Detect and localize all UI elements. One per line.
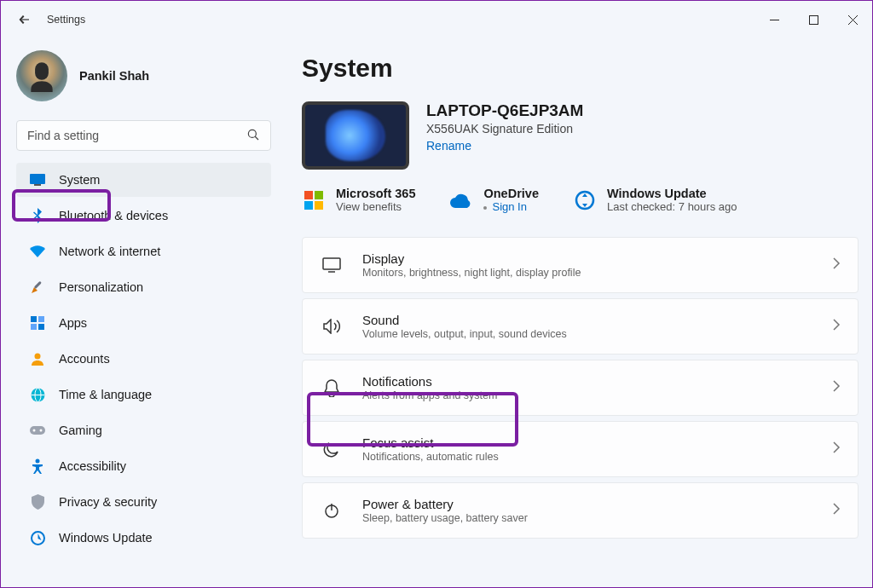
service-sub: View benefits [336, 200, 415, 213]
sidebar-item-label: Accessibility [59, 459, 126, 473]
profile[interactable]: Pankil Shah [16, 50, 278, 101]
sidebar-item-accessibility[interactable]: Accessibility [16, 449, 271, 483]
minimize-icon [770, 15, 779, 25]
tile-sub: Volume levels, output, input, sound devi… [362, 328, 812, 340]
svg-rect-12 [38, 324, 44, 330]
rename-link[interactable]: Rename [426, 139, 583, 153]
sidebar-item-privacy[interactable]: Privacy & security [16, 485, 271, 519]
chevron-right-icon [832, 379, 841, 396]
svg-rect-6 [30, 174, 45, 184]
tile-title: Focus assist [362, 435, 812, 450]
device-model: X556UAK Signature Edition [426, 122, 583, 135]
avatar [16, 50, 67, 101]
svg-rect-27 [323, 258, 340, 269]
service-title: Windows Update [607, 187, 737, 200]
system-icon [30, 172, 45, 187]
service-sub: Last checked: 7 hours ago [607, 200, 737, 213]
window-title: Settings [47, 14, 85, 26]
tile-focus-assist[interactable]: Focus assist Notifications, automatic ru… [302, 421, 859, 477]
sync-icon [573, 188, 597, 212]
tile-display[interactable]: Display Monitors, brightness, night ligh… [302, 237, 859, 293]
sidebar-item-network[interactable]: Network & internet [16, 234, 271, 268]
svg-rect-1 [809, 15, 818, 24]
search-icon [246, 127, 261, 146]
sidebar-item-apps[interactable]: Apps [16, 306, 271, 340]
sidebar-item-label: Gaming [59, 424, 102, 437]
power-icon [321, 500, 342, 521]
close-button[interactable] [833, 6, 872, 33]
tile-sub: Sleep, battery usage, battery saver [362, 512, 812, 524]
svg-rect-25 [315, 201, 323, 210]
person-icon [30, 351, 45, 366]
svg-point-13 [35, 354, 41, 360]
services-row: Microsoft 365 View benefits OneDrive Sig… [302, 187, 859, 213]
svg-rect-22 [304, 191, 313, 199]
tile-power-battery[interactable]: Power & battery Sleep, battery usage, ba… [302, 482, 859, 539]
sidebar-item-label: System [59, 173, 100, 187]
username: Pankil Shah [79, 69, 149, 83]
titlebar: Settings [1, 1, 872, 38]
service-windows-update[interactable]: Windows Update Last checked: 7 hours ago [573, 187, 737, 213]
service-m365[interactable]: Microsoft 365 View benefits [302, 187, 415, 213]
update-icon [30, 530, 45, 545]
wifi-icon [30, 244, 45, 259]
chevron-right-icon [832, 502, 841, 519]
accessibility-icon [30, 458, 45, 474]
sidebar-item-label: Apps [59, 316, 87, 330]
sidebar-item-label: Network & internet [59, 245, 160, 258]
display-icon [321, 255, 342, 275]
maximize-button[interactable] [794, 6, 833, 33]
service-onedrive[interactable]: OneDrive Sign In [449, 187, 538, 213]
sidebar-item-label: Windows Update [59, 531, 153, 545]
svg-point-4 [248, 130, 256, 137]
gamepad-icon [30, 423, 45, 438]
svg-rect-11 [31, 324, 37, 330]
maximize-icon [809, 15, 818, 25]
sidebar-item-system[interactable]: System [16, 163, 271, 197]
tile-sub: Notifications, automatic rules [362, 451, 812, 463]
svg-rect-23 [315, 191, 323, 199]
svg-rect-8 [34, 281, 42, 289]
svg-rect-17 [30, 426, 45, 435]
globe-icon [30, 387, 45, 402]
tile-title: Display [362, 251, 812, 266]
m365-icon [302, 188, 326, 212]
window-controls [754, 6, 872, 33]
sidebar-item-label: Privacy & security [59, 495, 157, 509]
svg-point-20 [36, 459, 40, 464]
sidebar-item-accounts[interactable]: Accounts [16, 342, 271, 376]
sidebar-item-bluetooth[interactable]: Bluetooth & devices [16, 199, 271, 233]
device-name: LAPTOP-Q6EJP3AM [426, 101, 583, 120]
tile-sub: Alerts from apps and system [362, 389, 812, 401]
service-title: OneDrive [483, 187, 538, 200]
chevron-right-icon [832, 441, 841, 458]
tile-title: Notifications [362, 374, 812, 389]
apps-icon [30, 315, 45, 331]
device-thumbnail [302, 101, 409, 170]
sidebar-item-windows-update[interactable]: Windows Update [16, 521, 271, 555]
device-section: LAPTOP-Q6EJP3AM X556UAK Signature Editio… [302, 101, 859, 170]
search-input[interactable] [16, 120, 271, 151]
sidebar-item-gaming[interactable]: Gaming [16, 413, 271, 447]
cloud-icon [449, 188, 473, 212]
sidebar-item-label: Time & language [59, 388, 152, 401]
service-sub[interactable]: Sign In [483, 200, 538, 213]
bell-icon [321, 378, 342, 398]
chevron-right-icon [832, 318, 841, 335]
tile-title: Power & battery [362, 497, 812, 511]
tile-notifications[interactable]: Notifications Alerts from apps and syste… [302, 360, 859, 416]
settings-tiles: Display Monitors, brightness, night ligh… [302, 237, 859, 539]
brush-icon [30, 280, 45, 295]
search-box[interactable] [16, 120, 271, 151]
minimize-button[interactable] [754, 6, 794, 33]
tile-sound[interactable]: Sound Volume levels, output, input, soun… [302, 298, 859, 355]
sidebar-item-personalization[interactable]: Personalization [16, 270, 271, 304]
sidebar: Pankil Shah System Bluetooth & devices N… [1, 38, 286, 587]
tile-sub: Monitors, brightness, night light, displ… [362, 267, 812, 279]
moon-icon [321, 439, 342, 459]
back-button[interactable] [14, 11, 32, 28]
sidebar-item-time-language[interactable]: Time & language [16, 378, 271, 412]
chevron-right-icon [832, 257, 841, 274]
svg-point-19 [40, 429, 43, 432]
svg-line-5 [255, 136, 258, 140]
